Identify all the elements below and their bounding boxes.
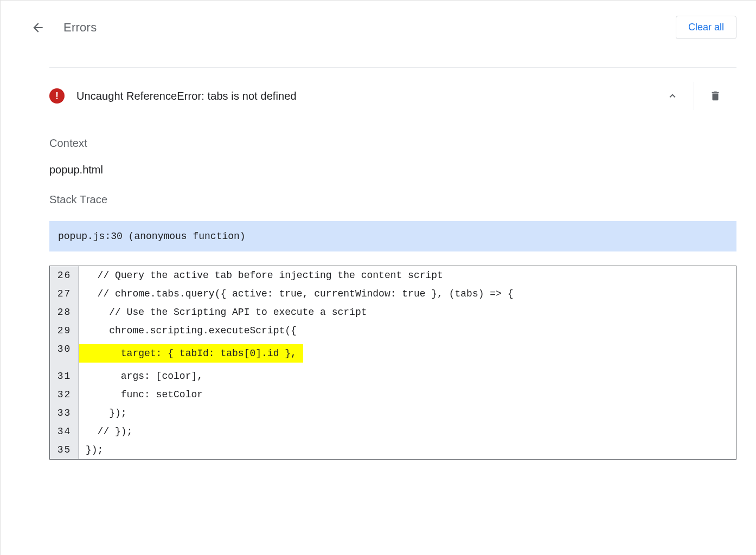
code-line: 32 func: setColor bbox=[50, 385, 736, 404]
line-code: args: [color], bbox=[79, 367, 736, 385]
line-number: 30 bbox=[50, 340, 79, 367]
page-title: Errors bbox=[63, 21, 97, 35]
line-code: chrome.scripting.executeScript({ bbox=[79, 321, 736, 340]
back-button[interactable] bbox=[31, 21, 45, 35]
stack-trace-heading: Stack Trace bbox=[49, 193, 736, 206]
code-line: 34 // }); bbox=[50, 422, 736, 441]
code-line: 35}); bbox=[50, 441, 736, 459]
context-heading: Context bbox=[49, 137, 736, 150]
collapse-button[interactable] bbox=[651, 83, 694, 108]
line-number: 34 bbox=[50, 422, 79, 441]
stack-frame[interactable]: popup.js:30 (anonymous function) bbox=[49, 221, 736, 251]
context-value: popup.html bbox=[49, 164, 736, 176]
exclamation-icon: ! bbox=[55, 91, 59, 101]
line-number: 35 bbox=[50, 441, 79, 459]
line-code: // chrome.tabs.query({ active: true, cur… bbox=[79, 285, 736, 303]
code-line: 33 }); bbox=[50, 404, 736, 422]
line-number: 29 bbox=[50, 321, 79, 340]
line-code: // }); bbox=[79, 422, 736, 441]
line-number: 28 bbox=[50, 303, 79, 321]
delete-error-button[interactable] bbox=[694, 83, 736, 109]
error-item: ! Uncaught ReferenceError: tabs is not d… bbox=[49, 68, 736, 124]
line-number: 31 bbox=[50, 367, 79, 385]
code-line: 31 args: [color], bbox=[50, 367, 736, 385]
line-code: func: setColor bbox=[79, 385, 736, 404]
code-line: 28 // Use the Scripting API to execute a… bbox=[50, 303, 736, 321]
trash-icon bbox=[709, 89, 721, 102]
clear-all-button[interactable]: Clear all bbox=[676, 16, 736, 39]
line-number: 26 bbox=[50, 266, 79, 285]
error-message: Uncaught ReferenceError: tabs is not def… bbox=[76, 90, 297, 102]
code-block: 26 // Query the active tab before inject… bbox=[49, 266, 736, 460]
error-badge: ! bbox=[49, 88, 65, 104]
line-code: // Use the Scripting API to execute a sc… bbox=[79, 303, 736, 321]
line-number: 27 bbox=[50, 285, 79, 303]
code-line: 29 chrome.scripting.executeScript({ bbox=[50, 321, 736, 340]
arrow-left-icon bbox=[31, 21, 45, 35]
line-code: }); bbox=[79, 441, 736, 459]
code-line: 27 // chrome.tabs.query({ active: true, … bbox=[50, 285, 736, 303]
chevron-up-icon bbox=[667, 90, 678, 102]
line-number: 32 bbox=[50, 385, 79, 404]
line-number: 33 bbox=[50, 404, 79, 422]
page-header: Errors Clear all bbox=[1, 1, 756, 54]
line-code: target: { tabId: tabs[0].id }, bbox=[79, 340, 736, 367]
code-line: 26 // Query the active tab before inject… bbox=[50, 266, 736, 285]
code-line: 30 target: { tabId: tabs[0].id }, bbox=[50, 340, 736, 367]
line-code: // Query the active tab before injecting… bbox=[79, 266, 736, 285]
line-code: }); bbox=[79, 404, 736, 422]
